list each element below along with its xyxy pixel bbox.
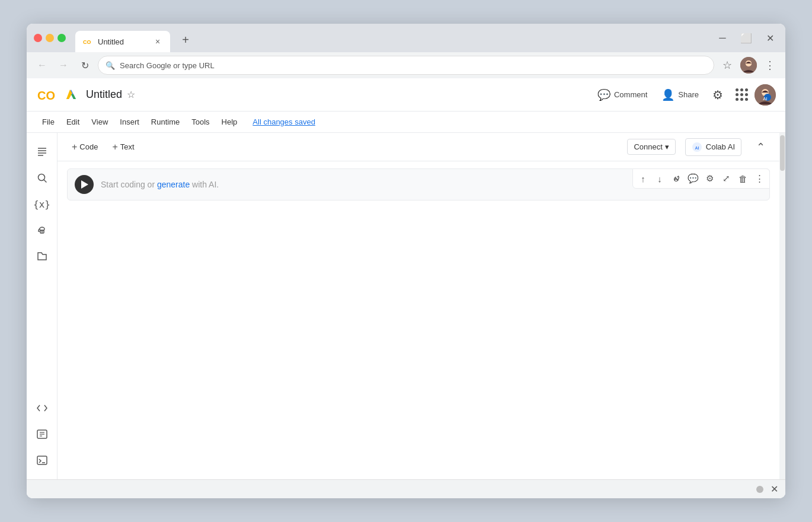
menu-runtime[interactable]: Runtime (145, 114, 186, 130)
add-code-label: Code (79, 142, 98, 151)
comment-button[interactable]: 💬 Comment (592, 85, 653, 105)
search-icon: 🔍 (106, 61, 115, 70)
colab-ai-button[interactable]: AI Colab AI (685, 138, 741, 156)
bookmark-button[interactable]: ☆ (719, 57, 736, 74)
url-bar[interactable]: 🔍 Search Google or type URL (98, 56, 714, 75)
secrets-icon (36, 224, 48, 236)
terminal-icon (36, 454, 48, 466)
tab-title: Untitled (98, 37, 124, 46)
refresh-button[interactable]: ↻ (76, 57, 93, 74)
colab-logo: CO (36, 84, 57, 106)
cell-placeholder-start: Start coding or (101, 180, 157, 189)
colab-ai-icon: AI (692, 142, 702, 152)
close-window-button[interactable] (34, 34, 42, 42)
doc-title: Untitled (86, 88, 122, 101)
share-label: Share (678, 90, 699, 99)
window-restore-icon[interactable]: ⬜ (738, 30, 755, 46)
cell-placeholder-end: with AI. (190, 180, 219, 189)
header-actions: 💬 Comment 👤 Share ⚙ (592, 84, 776, 106)
add-text-button[interactable]: + Text (107, 139, 139, 155)
code-diff-icon (36, 402, 48, 414)
toc-icon (36, 146, 48, 158)
browser-user-avatar[interactable] (740, 57, 757, 74)
connect-chevron-icon: ▾ (665, 142, 669, 151)
svg-point-22 (41, 231, 43, 233)
sidebar-toc-button[interactable] (30, 140, 54, 164)
comment-icon: 💬 (597, 88, 610, 101)
run-cell-button[interactable] (75, 175, 94, 194)
cell-toolbar: ↑ ↓ 💬 ⚙ ⤢ (632, 168, 770, 189)
svg-text:CO: CO (37, 89, 55, 102)
svg-line-19 (44, 180, 46, 182)
svg-marker-9 (71, 94, 76, 99)
main-layout: {x} (27, 133, 785, 479)
browser-menu-button[interactable]: ⋮ (762, 57, 778, 74)
cell-placeholder-text[interactable]: Start coding or generate with AI. (101, 180, 219, 189)
cell-move-up-button[interactable]: ↑ (635, 171, 651, 186)
back-button[interactable]: ← (34, 57, 50, 74)
new-tab-button[interactable]: + (177, 31, 194, 48)
window-close-icon[interactable]: ✕ (762, 30, 778, 46)
cell-mirror-button[interactable]: ⤢ (718, 171, 734, 186)
share-button[interactable]: 👤 Share (656, 85, 705, 105)
svg-text:AI: AI (695, 146, 699, 150)
menu-tools[interactable]: Tools (186, 114, 215, 130)
minimize-window-button[interactable] (46, 34, 54, 42)
colab-logo-svg: CO (36, 84, 57, 106)
search-icon (36, 172, 48, 184)
left-sidebar: {x} (27, 133, 57, 479)
tab-favicon: CO (82, 36, 93, 47)
window-controls (34, 34, 66, 42)
sidebar-files-button[interactable] (30, 244, 54, 268)
google-drive-icon (65, 88, 78, 101)
menu-view[interactable]: View (85, 114, 114, 130)
generate-link[interactable]: generate (157, 180, 190, 189)
bottom-bar: ✕ (27, 479, 785, 498)
cell-comment-button[interactable]: 💬 (685, 171, 701, 186)
scrollbar-thumb[interactable] (780, 135, 785, 171)
title-bar: CO Untitled × + ─ ⬜ ✕ (27, 24, 785, 52)
notebook-wrapper: + Code + Text Connect ▾ (57, 133, 785, 479)
link-icon (672, 174, 681, 183)
sidebar-terminal-button[interactable] (30, 448, 54, 472)
star-button[interactable]: ☆ (127, 89, 135, 100)
sidebar-code-diff-button[interactable] (30, 396, 54, 420)
cell-link-button[interactable] (669, 171, 684, 186)
add-code-button[interactable]: + Code (67, 139, 103, 155)
tab-close-button[interactable]: × (152, 36, 163, 47)
svg-text:CO: CO (83, 39, 91, 45)
window-controls-right: ─ ⬜ ✕ (714, 30, 778, 46)
browser-tab[interactable]: CO Untitled × (75, 31, 170, 52)
user-avatar[interactable]: AI (755, 84, 776, 106)
window-minimize-icon[interactable]: ─ (714, 30, 731, 46)
google-apps-button[interactable] (731, 84, 752, 106)
settings-button[interactable]: ⚙ (707, 84, 728, 106)
status-dot (756, 486, 763, 493)
notebook-toolbar: + Code + Text Connect ▾ (57, 133, 779, 161)
cell-more-button[interactable]: ⋮ (752, 171, 767, 186)
collapse-toolbar-button[interactable]: ⌃ (751, 138, 770, 157)
maximize-window-button[interactable] (57, 34, 66, 42)
scrollbar[interactable] (779, 133, 785, 479)
connect-button[interactable]: Connect ▾ (627, 139, 675, 155)
menu-edit[interactable]: Edit (60, 114, 85, 130)
cell-delete-button[interactable]: 🗑 (735, 171, 750, 186)
menu-insert[interactable]: Insert (114, 114, 145, 130)
plus-text-icon: + (112, 142, 117, 152)
menu-file[interactable]: File (36, 114, 60, 130)
sidebar-secrets-button[interactable] (30, 218, 54, 242)
sidebar-search-button[interactable] (30, 166, 54, 190)
sidebar-snippets-button[interactable] (30, 422, 54, 446)
files-icon (36, 250, 48, 262)
url-text: Search Google or type URL (120, 61, 215, 70)
bottom-close-button[interactable]: ✕ (771, 483, 778, 495)
cell-move-down-button[interactable]: ↓ (652, 171, 667, 186)
sidebar-variables-button[interactable]: {x} (30, 192, 54, 216)
browser-window: CO Untitled × + ─ ⬜ ✕ ← → ↻ 🔍 Search Goo… (27, 24, 785, 498)
cell-settings-button[interactable]: ⚙ (702, 171, 717, 186)
save-status[interactable]: All changes saved (252, 117, 315, 126)
menu-help[interactable]: Help (216, 114, 244, 130)
svg-text:AI: AI (763, 96, 768, 101)
forward-button[interactable]: → (55, 57, 72, 74)
variables-icon: {x} (33, 199, 50, 210)
